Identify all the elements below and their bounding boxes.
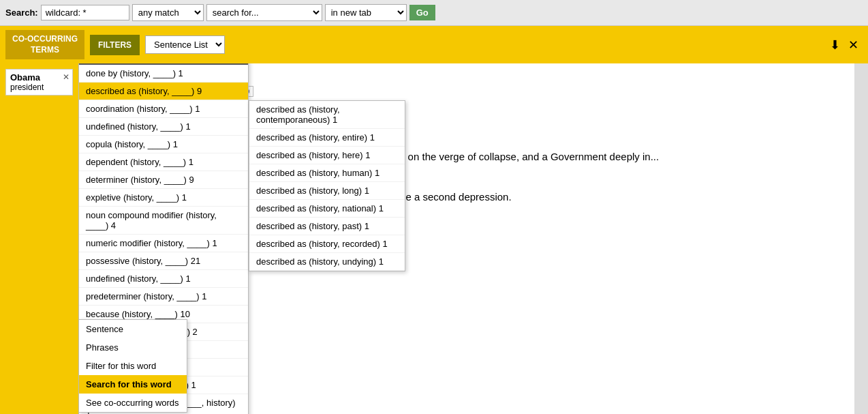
search-bar: Search: any match all words exact phrase… <box>0 0 868 26</box>
filters-button[interactable]: FILTERS <box>90 35 140 55</box>
dropdown-item-10[interactable]: possessive (history, ____) 21 <box>79 252 248 270</box>
filter-bar: CO-OCCURRINGTERMS FILTERS Sentence List … <box>0 26 868 63</box>
go-button[interactable]: Go <box>409 5 435 20</box>
dropdown-item-11[interactable]: undefined (history, ____) 1 <box>79 270 248 288</box>
sub-item-8[interactable]: described as (history, undying) 1 <box>249 253 405 271</box>
left-panel: Obama president ✕ <box>0 63 78 414</box>
search-for-select[interactable]: search for... <box>206 4 322 21</box>
tab-select[interactable]: in new tab in same tab <box>325 4 407 21</box>
tag-type: president <box>10 83 44 92</box>
dropdown-item-9[interactable]: numeric modifier (history, ____) 1 <box>79 235 248 252</box>
tag-name: Obama <box>10 72 44 83</box>
dropdown-item-8[interactable]: noun compound modifier (history, ____) 4 <box>79 207 248 235</box>
sentence-list-select[interactable]: Sentence List <box>145 35 225 54</box>
dropdown-item-7[interactable]: expletive (history, ____) 1 <box>79 189 248 207</box>
sub-item-2[interactable]: described as (history, here) 1 <box>249 147 405 164</box>
sub-item-7[interactable]: described as (history, recorded) 1 <box>249 235 405 253</box>
main-content: Obama president ✕ Again, we are tested. … <box>0 63 868 414</box>
tag-obama: Obama president ✕ <box>5 69 73 95</box>
close-button[interactable]: ✕ <box>844 35 863 55</box>
context-menu-filter[interactable]: Filter for this word <box>79 357 187 375</box>
scrollbar[interactable] <box>854 63 868 414</box>
search-input[interactable] <box>41 5 129 20</box>
dropdown-item-6[interactable]: determiner (history, ____) 9 <box>79 171 248 189</box>
sub-item-3[interactable]: described as (history, human) 1 <box>249 164 405 182</box>
context-menu-phrases[interactable]: Phrases <box>79 338 187 357</box>
dropdown-item-0[interactable]: done by (history, ____) 1 <box>79 65 248 83</box>
co-occurring-button[interactable]: CO-OCCURRINGTERMS <box>5 30 84 59</box>
sub-item-0[interactable]: described as (history, contemporaneous) … <box>249 101 405 129</box>
dropdown-item-12[interactable]: predeterminer (history, ____) 1 <box>79 288 248 306</box>
sub-item-5[interactable]: described as (history, national) 1 <box>249 200 405 218</box>
sub-dropdown: described as (history, contemporaneous) … <box>249 100 405 271</box>
context-menu: Sentence Phrases Filter for this word Se… <box>78 319 187 413</box>
context-menu-sentence[interactable]: Sentence <box>79 320 187 338</box>
match-select[interactable]: any match all words exact phrase <box>132 4 204 21</box>
context-menu-search[interactable]: Search for this word <box>79 375 187 394</box>
dropdown-item-2[interactable]: coordination (history, ____) 1 <box>79 100 248 118</box>
top-actions: ⬇ ✕ <box>826 35 863 55</box>
sentences-area: Again, we are tested. PRESIDENT Obama YE… <box>78 63 854 414</box>
sub-item-4[interactable]: described as (history, long) 1 <box>249 182 405 200</box>
dropdown-item-3[interactable]: undefined (history, ____) 1 <box>79 118 248 136</box>
download-button[interactable]: ⬇ <box>826 35 844 55</box>
search-label: Search: <box>5 8 38 18</box>
sub-item-6[interactable]: described as (history, past) 1 <box>249 218 405 235</box>
tag-close-icon[interactable]: ✕ <box>63 72 69 82</box>
dropdown-item-1[interactable]: described as (history, ____) 9 <box>79 83 248 100</box>
context-menu-co-occurring[interactable]: See co-occurring words <box>79 394 187 412</box>
dropdown-item-4[interactable]: copula (history, ____) 1 <box>79 136 248 153</box>
dropdown-item-5[interactable]: dependent (history, ____) 1 <box>79 153 248 171</box>
sub-item-1[interactable]: described as (history, entire) 1 <box>249 129 405 147</box>
